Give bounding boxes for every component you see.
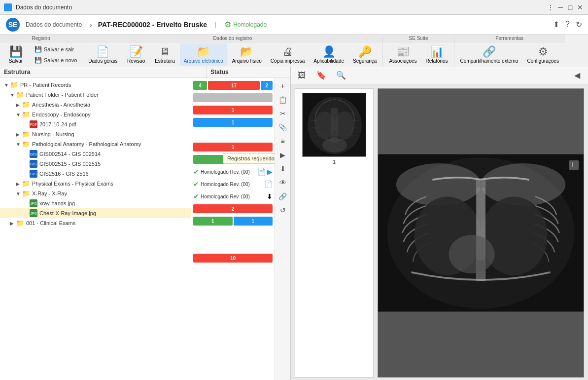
aplicabilidade-button[interactable]: 👤 Aplicabilidade bbox=[310, 43, 348, 66]
svg-rect-21 bbox=[569, 160, 579, 170]
title-bar: Dados do documento ⋮ ─ □ ✕ bbox=[0, 0, 588, 15]
status-check-icon: ⚙ bbox=[224, 20, 231, 29]
arquivo-eletronico-button[interactable]: 📁 Arquivo eletrônico bbox=[180, 43, 227, 66]
cut-btn[interactable]: ✂ bbox=[277, 108, 289, 119]
configuracoes-button[interactable]: ⚙ Configurações bbox=[523, 43, 562, 66]
preview-collapse-btn[interactable]: ◀ bbox=[570, 69, 584, 82]
refresh-btn[interactable]: ↻ bbox=[576, 20, 582, 29]
status-pdf bbox=[193, 130, 273, 139]
bar-blue-xray: 1 bbox=[234, 217, 273, 226]
gis2515-icon: GIS bbox=[30, 160, 37, 168]
seg-icon: 🔑 bbox=[358, 45, 372, 58]
check-gis2514: ✔ bbox=[193, 168, 199, 176]
tree-label-clinical: 001 - Clinical Exams bbox=[26, 220, 75, 226]
toggle-clinical[interactable]: ▶ bbox=[10, 221, 16, 226]
tree-item-pathological[interactable]: ▼ 📁 Pathological Anatomy - Pathological … bbox=[0, 139, 191, 149]
toggle-pathological[interactable]: ▼ bbox=[16, 142, 22, 147]
main-preview: i i bbox=[378, 88, 584, 378]
collapse-btn[interactable]: ⬆ bbox=[553, 20, 559, 29]
associacoes-button[interactable]: 📰 Associações bbox=[385, 43, 420, 66]
maximize-btn[interactable]: □ bbox=[566, 3, 574, 11]
tree-item-gis2515[interactable]: GIS GIS002515 - GIS 002515 bbox=[0, 159, 191, 169]
toggle-xray[interactable]: ▼ bbox=[16, 191, 22, 196]
arrow-gis2514[interactable]: ▶ bbox=[267, 168, 273, 176]
breadcrumb-separator: › bbox=[90, 21, 92, 29]
preview-search-btn[interactable]: 🔍 bbox=[334, 69, 348, 82]
app-icon-small bbox=[4, 3, 12, 11]
toggle-nursing[interactable]: ▶ bbox=[16, 132, 22, 137]
toggle-endoscopy[interactable]: ▼ bbox=[16, 112, 22, 117]
folder-clinical-icon: 📁 bbox=[16, 219, 24, 227]
tree-item-pdf[interactable]: PDF 2017-10-24.pdf bbox=[0, 119, 191, 129]
relatorios-button[interactable]: 📊 Relatórios bbox=[422, 43, 452, 66]
status-gis2514: ✔ Homologado Rev. (00) 📄 ▶ bbox=[193, 167, 273, 176]
homologado-gis2516: Homologado Rev. (00) bbox=[201, 194, 250, 199]
list-btn[interactable]: ≡ bbox=[277, 135, 289, 147]
check-gis2516: ✔ bbox=[193, 192, 199, 200]
tree-item-nursing[interactable]: ▶ 📁 Nursing - Nursing bbox=[0, 129, 191, 139]
save-new-label: Salvar e novo bbox=[44, 57, 77, 63]
tree-item-chest-xray[interactable]: JPG Chest-X-Ray-Image.jpg bbox=[0, 208, 191, 218]
compartilhamento-button[interactable]: 🔗 Compartilhamento externo bbox=[456, 43, 522, 66]
preview-image-btn[interactable]: 🖼 bbox=[295, 69, 309, 82]
help-btn[interactable]: ? bbox=[565, 20, 570, 29]
tree-item-physical[interactable]: ▶ 📁 Physical Exams - Physical Exams bbox=[0, 179, 191, 189]
download-btn[interactable]: ⬇ bbox=[277, 163, 289, 175]
reload-btn[interactable]: ↺ bbox=[277, 204, 289, 216]
tree-label-nursing: Nursing - Nursing bbox=[32, 131, 74, 137]
attach-btn[interactable]: 📎 bbox=[277, 121, 289, 133]
status-xray: 1 1 bbox=[193, 217, 273, 226]
tree-item-pr[interactable]: ▼ 📁 PR - Patient Records bbox=[0, 80, 191, 90]
toggle-anesthesia[interactable]: ▶ bbox=[16, 102, 22, 108]
copia-impressa-button[interactable]: 🖨 Cópia impressa bbox=[267, 43, 309, 66]
down-icon-gis2516: ⬇ bbox=[267, 192, 273, 200]
toggle-physical[interactable]: ▶ bbox=[16, 181, 22, 187]
xray-hands-icon: JPG bbox=[30, 199, 37, 207]
dados-gerais-button[interactable]: 📄 Dados gerais bbox=[84, 43, 121, 66]
menu-btn[interactable]: ⋮ bbox=[547, 3, 554, 11]
arquivo-fisico-button[interactable]: 📂 Arquivo físico bbox=[228, 43, 266, 66]
estrutura-button[interactable]: 🖥 Estrutura bbox=[151, 43, 179, 66]
config-icon: ⚙ bbox=[538, 45, 548, 58]
toggle-pr[interactable]: ▼ bbox=[4, 82, 10, 88]
tree-item-xray-hands[interactable]: JPG xray-hands.jpg bbox=[0, 198, 191, 208]
section-ferramentas-label: Ferramentas bbox=[454, 35, 565, 42]
revisao-button[interactable]: 📝 Revisão bbox=[122, 43, 150, 66]
tree-item-patient-folder[interactable]: ▼ 📁 Patient Folder - Patient Folder bbox=[0, 90, 191, 100]
revisao-icon: 📝 bbox=[130, 45, 143, 58]
estrutura-icon: 🖥 bbox=[159, 45, 170, 58]
tree-item-xray[interactable]: ▼ 📁 X-Ray - X-Ray bbox=[0, 189, 191, 198]
preview-bookmark-btn[interactable]: 🔖 bbox=[314, 69, 328, 82]
preview-area: 1 bbox=[291, 84, 588, 380]
link-btn[interactable]: 🔗 bbox=[277, 190, 289, 202]
tree-label-gis2516: GIS2516 - GIS 2516 bbox=[39, 171, 89, 177]
tree-label-patient: Patient Folder - Patient Folder bbox=[26, 92, 99, 98]
tree-item-anesthesia[interactable]: ▶ 📁 Anesthesia - Anesthesia bbox=[0, 100, 191, 110]
view-btn[interactable]: 👁 bbox=[277, 177, 289, 189]
assoc-label: Associações bbox=[389, 58, 416, 64]
tree-item-endoscopy[interactable]: ▼ 📁 Endoscopy - Endoscopy bbox=[0, 110, 191, 119]
seguranca-button[interactable]: 🔑 Segurança bbox=[349, 43, 380, 66]
toolbar-content: Registro 💾 Salvar 💾 Salvar e sair 💾 Salv… bbox=[0, 35, 588, 67]
add-btn[interactable]: + bbox=[277, 80, 289, 92]
save-button[interactable]: 💾 Salvar bbox=[2, 43, 30, 66]
tree-item-clinical[interactable]: ▶ 📁 001 - Clinical Exams bbox=[0, 218, 191, 228]
play-btn[interactable]: ▶ bbox=[277, 149, 289, 161]
copy-btn[interactable]: 📋 bbox=[277, 94, 289, 106]
save-icon: 💾 bbox=[9, 45, 23, 58]
minimize-btn[interactable]: ─ bbox=[556, 3, 564, 11]
thumbnail-1[interactable] bbox=[302, 93, 366, 157]
status-patient bbox=[193, 93, 273, 102]
close-btn[interactable]: ✕ bbox=[576, 3, 584, 11]
breadcrumb-item-1[interactable]: Dados do documento bbox=[26, 21, 82, 28]
tree-item-gis2516[interactable]: GIS GIS2516 - GIS 2516 bbox=[0, 169, 191, 179]
tree-label-xray-hands: xray-hands.jpg bbox=[39, 200, 75, 206]
aplic-icon: 👤 bbox=[322, 45, 336, 58]
toggle-patient[interactable]: ▼ bbox=[10, 92, 16, 98]
save-exit-button[interactable]: 💾 Salvar e sair bbox=[32, 44, 80, 54]
tree-label-chest: Chest-X-Ray-Image.jpg bbox=[39, 210, 96, 216]
tree-item-gis2514[interactable]: GIS GIS002514 - GIS 002514 bbox=[0, 149, 191, 159]
assoc-icon: 📰 bbox=[396, 45, 410, 58]
save-new-button[interactable]: 💾 Salvar e novo bbox=[32, 55, 80, 65]
estrutura-label: Estrutura bbox=[155, 58, 175, 64]
